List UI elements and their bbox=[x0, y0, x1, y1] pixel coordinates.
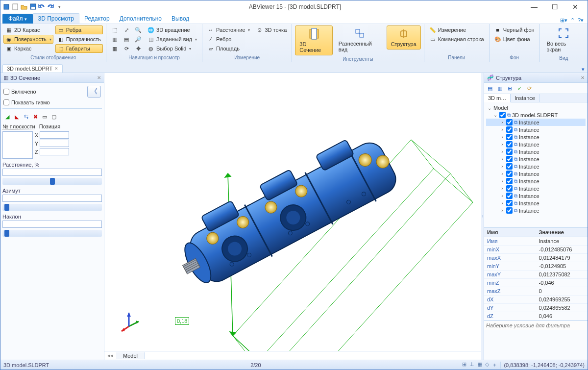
section-panel-header[interactable]: ▥ 3D Сечение ✕ bbox=[0, 73, 104, 83]
nav-icon-9[interactable]: ✥ bbox=[133, 44, 144, 53]
prop-row[interactable]: dZ0,046 bbox=[484, 312, 588, 321]
show-gizmo-checkbox[interactable] bbox=[3, 99, 9, 105]
tree-checkbox[interactable] bbox=[506, 148, 513, 155]
nav-icon-7[interactable]: ▦ bbox=[109, 44, 120, 53]
structure-panel-close-icon[interactable]: ✕ bbox=[581, 75, 585, 80]
prop-row[interactable]: minX-0,012485076 bbox=[484, 246, 588, 254]
tree-checkbox[interactable] bbox=[506, 207, 513, 214]
prop-head-name[interactable]: Имя bbox=[484, 228, 536, 237]
maximize-button[interactable]: ☐ bbox=[547, 2, 562, 11]
expander-icon[interactable]: › bbox=[500, 186, 505, 191]
tilt-slider[interactable] bbox=[2, 230, 102, 237]
expander-icon[interactable]: › bbox=[500, 208, 505, 213]
tree-checkbox[interactable] bbox=[506, 141, 513, 148]
tab-editor[interactable]: Редактор bbox=[79, 14, 115, 24]
btn-2d-wireframe[interactable]: ▦2D Каркас bbox=[3, 25, 53, 34]
nav-icon-6[interactable]: 🔎 bbox=[133, 35, 144, 44]
tool-reset-icon[interactable]: ▭ bbox=[41, 113, 49, 121]
z-input[interactable] bbox=[40, 148, 69, 155]
expander-icon[interactable]: › bbox=[500, 178, 505, 184]
tab-output[interactable]: Вывод bbox=[167, 14, 194, 24]
btn-transparency[interactable]: ◧Прозрачность bbox=[55, 35, 103, 44]
tree-checkbox[interactable] bbox=[506, 163, 513, 170]
btn-edges[interactable]: ▭Ребра bbox=[55, 25, 103, 34]
struct-tool-1-icon[interactable]: ▤ bbox=[486, 84, 494, 92]
nav-icon-3[interactable]: 🔍 bbox=[133, 25, 144, 34]
tree-checkbox[interactable] bbox=[506, 134, 513, 140]
tree-checkbox[interactable] bbox=[506, 185, 513, 192]
minimize-button[interactable]: — bbox=[527, 2, 541, 11]
tree-checkbox[interactable] bbox=[506, 119, 513, 125]
struct-tool-4-icon[interactable]: ✓ bbox=[515, 84, 523, 92]
nav-icon-5[interactable]: ▤ bbox=[121, 35, 132, 44]
filter-input[interactable] bbox=[484, 321, 588, 330]
tree-checkbox[interactable] bbox=[506, 126, 513, 133]
btn-measure-panel[interactable]: 📏Измерение bbox=[427, 25, 486, 34]
tab-additional[interactable]: Дополнительно bbox=[115, 14, 167, 24]
save-icon[interactable] bbox=[29, 3, 37, 11]
structure-tree[interactable]: ⌄ Model ⌄ ⧉ 3D model.SLDPRT › ⧉ Instance… bbox=[484, 102, 588, 227]
btn-structure[interactable]: Структура bbox=[387, 25, 421, 49]
ribbon-collapse-icon[interactable]: ⌃ bbox=[570, 17, 575, 24]
prop-row[interactable]: dY0,024865582 bbox=[484, 304, 588, 312]
structure-panel-header[interactable]: 🧬 Структура ✕ bbox=[484, 73, 588, 83]
btn-edge[interactable]: ∕Ребро bbox=[205, 35, 252, 44]
tree-row-instance[interactable]: › ⧉ Instance bbox=[486, 133, 586, 141]
collapse-button[interactable]: 《 bbox=[87, 86, 101, 98]
tree-row-instance[interactable]: › ⧉ Instance bbox=[486, 155, 586, 163]
expander-icon[interactable]: ⌄ bbox=[493, 112, 498, 118]
plane-preview[interactable] bbox=[2, 131, 33, 159]
tree-row-instance[interactable]: › ⧉ Instance bbox=[486, 199, 586, 207]
x-input[interactable] bbox=[40, 131, 69, 139]
expander-icon[interactable]: › bbox=[500, 120, 505, 125]
expander-icon[interactable]: ⌄ bbox=[487, 105, 492, 111]
expander-icon[interactable]: › bbox=[500, 164, 505, 169]
expander-icon[interactable]: › bbox=[500, 200, 505, 206]
expander-icon[interactable]: › bbox=[500, 134, 505, 140]
cube-icon[interactable] bbox=[2, 3, 10, 11]
window-menu-icon[interactable]: ⊞▾ bbox=[560, 17, 567, 24]
btn-exploded-view[interactable]: Разнесенный вид bbox=[335, 25, 385, 54]
tree-root-label[interactable]: Model bbox=[493, 105, 508, 111]
axis-gizmo[interactable] bbox=[114, 307, 144, 336]
struct-tool-2-icon[interactable]: ▥ bbox=[496, 84, 504, 92]
canvas-3d[interactable]: 0,50 0,19 0,18 .canvas .dim-label:nth-of… bbox=[104, 73, 481, 351]
tool-plane-y-icon[interactable]: ◣ bbox=[13, 113, 21, 121]
btn-black-bg[interactable]: ■Черный фон bbox=[492, 25, 537, 34]
nav-icon-1[interactable]: ⬚ bbox=[109, 25, 120, 34]
btn-cmdline[interactable]: ▭Командная строка bbox=[427, 35, 486, 44]
prop-row[interactable]: dX0,024969255 bbox=[484, 296, 588, 304]
distance-slider[interactable] bbox=[2, 178, 102, 185]
tree-row-instance[interactable]: › ⧉ Instance bbox=[486, 185, 586, 192]
expander-icon[interactable]: › bbox=[500, 156, 505, 162]
osnap-icon[interactable]: ◇ bbox=[485, 361, 489, 369]
prop-row[interactable]: maxZ0 bbox=[484, 287, 588, 296]
tree-row-instance[interactable]: › ⧉ Instance bbox=[486, 207, 586, 214]
view-tab-model[interactable]: Model bbox=[116, 352, 145, 359]
qat-dropdown-icon[interactable]: ▾ bbox=[55, 3, 63, 11]
snap-icon[interactable]: ⊞ bbox=[462, 361, 466, 369]
tilt-input[interactable] bbox=[2, 221, 102, 228]
new-icon[interactable] bbox=[11, 3, 19, 11]
btn-surface[interactable]: ◉Поверхность bbox=[3, 35, 53, 44]
expander-icon[interactable]: › bbox=[500, 149, 505, 154]
tool-plane-x-icon[interactable]: ◢ bbox=[3, 113, 11, 121]
struct-tool-5-icon[interactable]: ⟳ bbox=[525, 84, 533, 92]
btn-distance[interactable]: ↔Расстояние bbox=[205, 25, 252, 34]
prop-row[interactable]: ИмяInstance bbox=[484, 237, 588, 246]
tree-row-instance[interactable]: › ⧉ Instance bbox=[486, 126, 586, 133]
close-tab-icon[interactable]: ✕ bbox=[54, 66, 58, 71]
grid-snap-icon[interactable]: ▦ bbox=[477, 361, 482, 369]
tree-file-label[interactable]: 3D model.SLDPRT bbox=[512, 112, 558, 118]
tree-row-instance[interactable]: › ⧉ Instance bbox=[486, 119, 586, 126]
azimuth-input[interactable] bbox=[2, 195, 102, 202]
y-input[interactable] bbox=[40, 140, 69, 147]
btn-area[interactable]: ▱Площадь bbox=[205, 44, 252, 53]
tree-row-instance[interactable]: › ⧉ Instance bbox=[486, 192, 586, 199]
btn-3d-rotate[interactable]: 🌐3D вращение bbox=[146, 25, 199, 34]
prop-row[interactable]: minY-0,0124905 bbox=[484, 262, 588, 271]
document-tab[interactable]: 3D model.SLDPRT ✕ bbox=[2, 64, 63, 73]
tree-row-instance[interactable]: › ⧉ Instance bbox=[486, 170, 586, 177]
tree-checkbox[interactable] bbox=[506, 193, 513, 199]
prop-row[interactable]: maxX0,012484179 bbox=[484, 254, 588, 262]
